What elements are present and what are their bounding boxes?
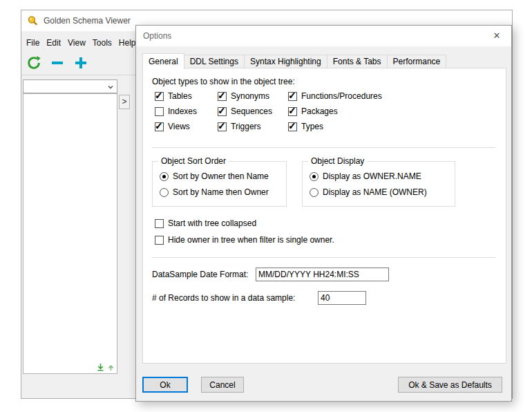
checkbox-label: Views <box>168 122 190 131</box>
checkbox-box <box>155 92 164 101</box>
checkbox-label: Types <box>301 122 323 131</box>
date-format-input[interactable] <box>256 268 389 281</box>
checkbox-label: Indexes <box>168 106 197 116</box>
radio-circle <box>310 188 319 197</box>
checkbox-box <box>155 107 164 116</box>
checkbox-label: Synonyms <box>231 91 269 101</box>
radio-label: Display as NAME (OWNER) <box>323 187 427 197</box>
checkbox-label: Sequences <box>231 106 272 116</box>
plus-icon <box>73 55 88 71</box>
checkbox-box <box>155 122 164 131</box>
menubar: File Edit View Tools Help <box>23 35 140 50</box>
radio-circle <box>160 188 169 197</box>
app-icon <box>27 15 38 26</box>
menu-edit[interactable]: Edit <box>43 35 64 50</box>
menu-tools[interactable]: Tools <box>89 35 115 50</box>
sort-order-group: Object Sort Order Sort by Owner then Nam… <box>152 161 287 207</box>
checkbox-box <box>218 107 227 116</box>
arrow-down-icon <box>97 363 104 371</box>
tab-fonts-tabs[interactable]: Fonts & Tabs <box>327 55 388 68</box>
checkbox-box <box>155 219 164 228</box>
object-display-group-title: Object Display <box>308 156 367 166</box>
radio-circle <box>160 172 169 181</box>
radio-sort-owner-then-name[interactable]: Sort by Owner then Name <box>160 171 269 181</box>
save-defaults-button[interactable]: Ok & Save as Defaults <box>398 377 502 393</box>
schema-filter-dropdown[interactable] <box>23 79 117 93</box>
separator <box>152 147 495 148</box>
checkbox-types[interactable]: Types <box>288 122 323 131</box>
expand-panel-button[interactable]: > <box>119 95 130 109</box>
checkbox-synonyms[interactable]: Synonyms <box>218 91 269 101</box>
dialog-title: Options <box>143 31 171 41</box>
refresh-button[interactable] <box>26 55 42 71</box>
move-up-button[interactable] <box>106 362 115 372</box>
radio-label: Sort by Name then Owner <box>173 187 269 197</box>
object-types-label: Object types to show in the object tree: <box>152 77 295 86</box>
separator <box>152 257 495 258</box>
checkbox-label: Functions/Procedures <box>301 91 382 101</box>
object-tree[interactable] <box>23 93 117 374</box>
checkbox-views[interactable]: Views <box>155 122 190 131</box>
arrow-up-icon <box>107 363 115 371</box>
checkbox-label: Packages <box>301 106 338 116</box>
remove-button[interactable] <box>49 55 66 71</box>
date-format-label: DataSample Date Format: <box>152 270 248 279</box>
radio-display-name-owner[interactable]: Display as NAME (OWNER) <box>310 187 427 197</box>
checkbox-indexes[interactable]: Indexes <box>155 106 197 116</box>
options-dialog: Options ✕ General DDL Settings Syntax Hi… <box>135 25 512 402</box>
general-tab-panel: Object types to show in the object tree:… <box>142 68 506 364</box>
close-icon: ✕ <box>493 30 501 41</box>
window-title: Golden Schema Viewer <box>44 16 131 26</box>
checkbox-label: Triggers <box>231 122 261 131</box>
checkbox-label: Start with tree collapsed <box>168 218 256 228</box>
checkbox-sequences[interactable]: Sequences <box>218 106 272 116</box>
sort-order-group-title: Object Sort Order <box>158 156 229 166</box>
checkbox-packages[interactable]: Packages <box>288 106 338 116</box>
tab-ddl-settings[interactable]: DDL Settings <box>184 55 245 68</box>
close-button[interactable]: ✕ <box>491 30 503 41</box>
checkbox-box <box>218 122 227 131</box>
menu-file[interactable]: File <box>23 35 43 50</box>
checkbox-box <box>218 92 227 101</box>
radio-sort-name-then-owner[interactable]: Sort by Name then Owner <box>160 187 269 197</box>
checkbox-triggers[interactable]: Triggers <box>218 122 261 131</box>
tab-syntax-highlighting[interactable]: Syntax Highlighting <box>244 55 327 68</box>
checkbox-box <box>288 92 297 101</box>
checkbox-tables[interactable]: Tables <box>155 91 192 101</box>
checkbox-functions-procedures[interactable]: Functions/Procedures <box>288 91 382 101</box>
chevron-down-icon <box>107 84 114 91</box>
tab-performance[interactable]: Performance <box>387 55 447 68</box>
minus-icon <box>50 55 65 71</box>
ok-button[interactable]: Ok <box>142 377 188 393</box>
checkbox-label: Hide owner in tree when filter is single… <box>168 235 334 245</box>
radio-display-owner-name[interactable]: Display as OWNER.NAME <box>310 171 421 181</box>
tab-bar: General DDL Settings Syntax Highlighting… <box>142 53 446 68</box>
menu-view[interactable]: View <box>64 35 89 50</box>
tree-sort-buttons <box>95 362 115 372</box>
checkbox-box <box>288 122 297 131</box>
radio-label: Display as OWNER.NAME <box>323 171 421 181</box>
records-count-label: # of Records to show in a data sample: <box>152 293 295 303</box>
records-count-input[interactable] <box>318 291 366 305</box>
refresh-icon <box>26 55 41 71</box>
dialog-titlebar[interactable]: Options ✕ <box>136 26 511 46</box>
checkbox-label: Tables <box>168 91 192 101</box>
checkbox-box <box>155 236 164 245</box>
object-display-group: Object Display Display as OWNER.NAME Dis… <box>302 161 455 207</box>
checkbox-start-collapsed[interactable]: Start with tree collapsed <box>155 218 256 228</box>
radio-circle <box>310 172 319 181</box>
move-down-button[interactable] <box>95 362 105 372</box>
checkbox-box <box>288 107 297 116</box>
add-button[interactable] <box>73 55 89 71</box>
checkbox-hide-owner[interactable]: Hide owner in tree when filter is single… <box>155 235 334 245</box>
radio-label: Sort by Owner then Name <box>173 171 269 181</box>
tab-general[interactable]: General <box>142 53 184 69</box>
cancel-button[interactable]: Cancel <box>201 377 244 393</box>
